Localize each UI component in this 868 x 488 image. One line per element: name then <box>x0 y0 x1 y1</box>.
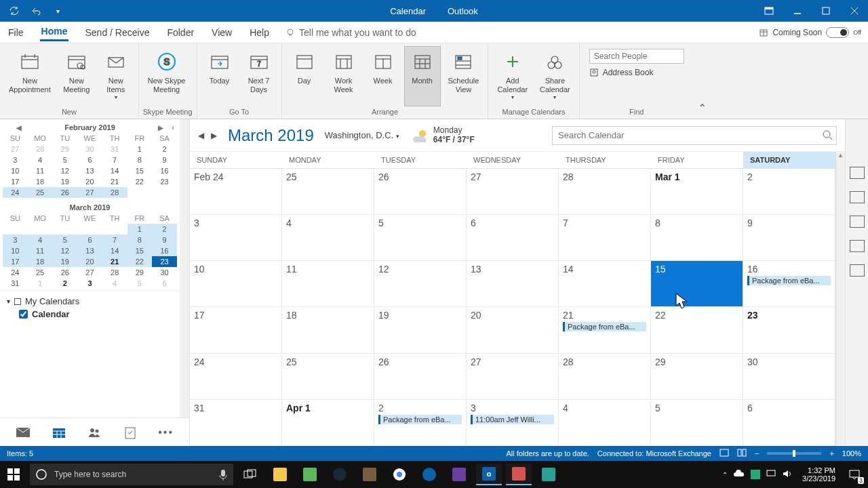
minical-day[interactable]: 2 <box>152 144 177 155</box>
calendar-cell[interactable]: 311:00am Jeff Willi... <box>467 400 559 446</box>
minical-day[interactable]: 5 <box>52 155 77 165</box>
minical-day[interactable]: 26 <box>52 267 77 278</box>
minical-day[interactable]: 4 <box>28 155 53 165</box>
mini-calendar-feb[interactable]: ◀February 2019▶‹ SUMOTUWETHFRSA272829303… <box>0 119 180 199</box>
minical-day[interactable]: 22 <box>127 176 153 187</box>
edge-icon[interactable] <box>416 464 442 485</box>
minical-day[interactable]: 9 <box>152 155 177 165</box>
calendar-cell[interactable]: 2 <box>743 169 835 215</box>
minical-day[interactable]: 11 <box>28 165 53 176</box>
today-button[interactable]: Today <box>201 46 238 106</box>
minical-day[interactable]: 13 <box>77 165 102 176</box>
tasks-icon[interactable] <box>119 422 141 443</box>
rail-today-icon[interactable] <box>850 191 865 203</box>
minical-day[interactable]: 16 <box>152 165 177 176</box>
coming-soon-toggle[interactable]: Coming Soon Off <box>759 27 861 38</box>
minical-day[interactable]: 7 <box>102 235 127 245</box>
tray-onedrive-icon[interactable] <box>733 470 745 480</box>
share-calendar-button[interactable]: Share Calendar ▾ <box>535 46 575 106</box>
calendar-cell[interactable]: 18 <box>282 307 374 353</box>
minical-day[interactable]: 29 <box>52 144 77 155</box>
minical-day[interactable]: 21 <box>102 176 127 187</box>
minical-day[interactable]: 30 <box>152 267 177 278</box>
steam-icon[interactable] <box>327 464 353 485</box>
search-people-input[interactable] <box>589 49 684 64</box>
minical-day[interactable]: 11 <box>28 245 53 256</box>
minical-day[interactable]: 31 <box>102 144 127 155</box>
new-appointment-button[interactable]: New Appointment <box>4 46 56 106</box>
next-7-days-button[interactable]: 7Next 7 Days <box>241 46 277 106</box>
minical-day[interactable]: 7 <box>102 155 127 165</box>
minical-day[interactable] <box>77 224 102 235</box>
app-green-icon[interactable] <box>297 464 323 485</box>
minical-day[interactable]: 14 <box>102 165 127 176</box>
rail-month-icon[interactable] <box>850 264 865 277</box>
calendar-cell[interactable]: 10 <box>190 261 282 307</box>
more-nav-icon[interactable]: ••• <box>155 422 177 443</box>
minical-day[interactable]: 8 <box>127 155 153 165</box>
minical-day[interactable]: 4 <box>28 235 53 245</box>
maximize-icon[interactable] <box>812 0 840 22</box>
minical-day[interactable]: 5 <box>127 278 153 289</box>
calendar-cell[interactable]: 28 <box>559 169 651 215</box>
calendar-cell[interactable]: 21Package from eBa... <box>559 307 651 353</box>
minical-day[interactable]: 1 <box>127 224 153 235</box>
prev-month-icon[interactable]: ◀ <box>16 124 22 131</box>
calendar-cell[interactable]: Feb 24 <box>190 169 282 215</box>
weather-widget[interactable]: Monday64°F / 37°F <box>410 126 475 144</box>
new-meeting-button[interactable]: New Meeting <box>58 46 95 106</box>
calendar-cell[interactable]: 30 <box>743 354 835 400</box>
minical-day[interactable]: 20 <box>77 176 102 187</box>
calendar-cell[interactable]: 12 <box>374 261 467 307</box>
minical-day[interactable]: 17 <box>3 256 28 267</box>
taskbar-search[interactable]: Type here to search <box>30 464 233 485</box>
minical-day[interactable]: 1 <box>28 278 53 289</box>
month-button[interactable]: Month <box>404 46 441 106</box>
tab-send-receive[interactable]: Send / Receive <box>83 24 151 41</box>
calendar-cell[interactable]: 26 <box>374 354 467 400</box>
calendar-cell[interactable]: 14 <box>559 261 651 307</box>
app-brown-icon[interactable] <box>357 464 382 485</box>
rail-day-icon[interactable] <box>850 216 865 228</box>
minical-day[interactable]: 19 <box>52 256 77 267</box>
minical-day[interactable]: 3 <box>3 155 28 165</box>
ribbon-display-icon[interactable] <box>755 0 783 22</box>
mini-calendar-mar[interactable]: March 2019 SUMOTUWETHFRSA123456789101112… <box>0 199 180 290</box>
minical-day[interactable]: 6 <box>152 278 177 289</box>
minical-day[interactable]: 23 <box>152 176 177 187</box>
minical-day[interactable]: 5 <box>52 235 77 245</box>
minical-day[interactable]: 3 <box>77 278 102 289</box>
calendar-cell[interactable]: 13 <box>467 261 559 307</box>
new-items-button[interactable]: New Items ▾ <box>98 46 134 106</box>
minical-day[interactable] <box>28 224 53 235</box>
minical-day[interactable]: 2 <box>152 224 177 235</box>
file-explorer-icon[interactable] <box>267 464 293 485</box>
tab-help[interactable]: Help <box>248 24 271 41</box>
minical-day[interactable]: 6 <box>77 235 102 245</box>
calendar-cell[interactable]: 9 <box>743 215 835 261</box>
minical-day[interactable]: 18 <box>28 256 53 267</box>
calendar-cell[interactable]: 6 <box>743 400 835 446</box>
tab-view[interactable]: View <box>210 24 233 41</box>
tray-up-icon[interactable]: ⌃ <box>722 471 728 479</box>
minical-day[interactable]: 21 <box>102 256 127 267</box>
minical-day[interactable]: 12 <box>52 245 77 256</box>
work-week-button[interactable]: Work Week <box>326 46 362 106</box>
calendar-cell[interactable]: 31 <box>190 400 282 446</box>
minical-day[interactable] <box>52 224 77 235</box>
add-calendar-button[interactable]: Add Calendar ▾ <box>492 46 532 106</box>
next-period-icon[interactable]: ▶ <box>211 131 217 140</box>
calendar-cell[interactable]: 24 <box>190 354 282 400</box>
mic-icon[interactable] <box>218 468 228 481</box>
calendar-cell[interactable]: 8 <box>651 215 743 261</box>
minical-day[interactable] <box>102 224 127 235</box>
calendar-cell[interactable]: 19 <box>374 307 467 353</box>
minical-day[interactable]: 24 <box>3 267 28 278</box>
calendar-cell[interactable]: 2Package from eBa... <box>374 400 467 446</box>
minical-day[interactable]: 25 <box>28 187 53 198</box>
task-view-icon[interactable] <box>237 464 263 485</box>
calendar-cell[interactable]: 3 <box>190 215 282 261</box>
tray-network-icon[interactable] <box>766 469 776 481</box>
minical-day[interactable]: 29 <box>127 267 153 278</box>
calendar-cell[interactable]: 6 <box>467 215 559 261</box>
